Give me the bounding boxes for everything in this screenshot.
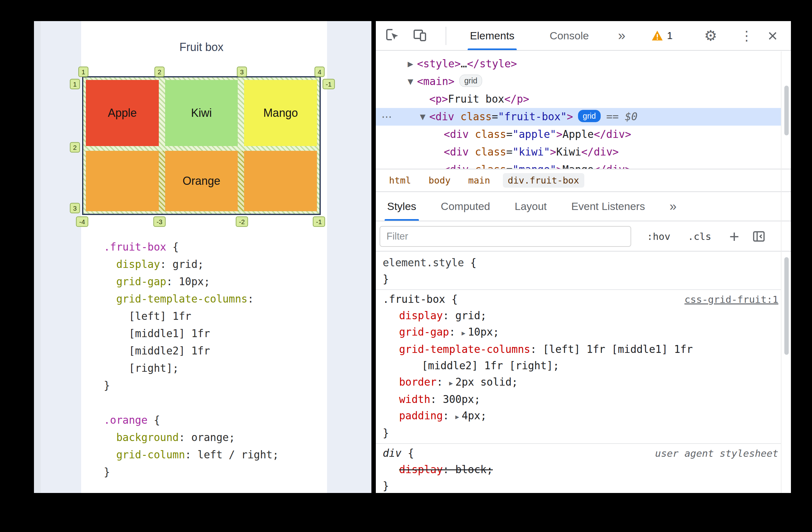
overflow-dots-icon[interactable]: ⋯ — [381, 108, 392, 126]
dom-node-text: <style>…</style> — [376, 55, 517, 73]
grid-line-number: 3 — [70, 203, 80, 213]
inspect-icon[interactable] — [385, 27, 400, 44]
breadcrumb-item[interactable]: html — [384, 173, 416, 187]
css-declaration[interactable]: display: grid; — [383, 308, 782, 324]
rule-close-brace: } — [383, 425, 782, 441]
tab-layout[interactable]: Layout — [514, 192, 547, 221]
kebab-menu-icon[interactable]: ⋮ — [740, 28, 753, 43]
expand-value-icon[interactable]: ▸ — [449, 379, 453, 388]
style-rules: element.style {}.fruit-box {css-grid-fru… — [376, 252, 782, 493]
toolbar-divider — [446, 27, 446, 45]
css-property-value: 10px; — [468, 326, 499, 338]
style-rule: div {user agent stylesheetdisplay: block… — [376, 443, 782, 493]
scrollbar-gutter — [781, 51, 782, 493]
sidebar-toggle-icon-glyph — [752, 229, 766, 243]
new-style-rule-button[interactable]: + — [729, 221, 739, 252]
css-property-name: width — [399, 393, 430, 405]
grid-adorner-badge[interactable]: grid — [578, 110, 601, 122]
inspect-icon-glyph — [385, 27, 400, 42]
toggle-cls-button[interactable]: .cls — [688, 221, 711, 252]
css-property-name: border — [399, 376, 436, 388]
rule-selector[interactable]: div — [383, 447, 402, 459]
expand-value-icon[interactable]: ▸ — [462, 328, 465, 337]
css-property-name: grid-template-columns — [399, 343, 530, 355]
css-declaration[interactable]: grid-template-columns: [left] 1fr [middl… — [383, 341, 782, 358]
code-line: .fruit-box { — [104, 238, 279, 256]
dom-node-text: <div class="mango">Mango</div> — [376, 161, 631, 169]
css-property-name: padding — [399, 409, 443, 422]
page-css-code: .fruit-box { display: grid; grid-gap: 10… — [104, 238, 279, 481]
tab-event-listeners[interactable]: Event Listeners — [571, 192, 645, 221]
style-rule: element.style {} — [376, 253, 782, 289]
breadcrumb-item[interactable]: main — [463, 173, 495, 187]
dom-node-text: <div class="apple">Apple</div> — [376, 126, 631, 143]
dom-tree-row[interactable]: ▶<style>…</style> — [376, 55, 782, 73]
dom-tree: ▶<style>…</style>▼<main>grid<p>Fruit box… — [376, 51, 782, 169]
grid-gap-overlay — [238, 151, 244, 211]
device-toolbar-icon[interactable] — [412, 27, 427, 44]
sidebar-tabs: StylesComputedLayoutEvent Listeners» — [376, 192, 791, 221]
css-property-name: grid-gap — [399, 326, 449, 338]
collapse-toggle-icon[interactable]: ▼ — [405, 73, 416, 90]
dom-tree-row[interactable]: ⋯▼<div class="fruit-box">grid== $0 — [376, 108, 782, 126]
dom-node-text: <div class="fruit-box">grid== $0 — [376, 108, 637, 126]
tab-elements[interactable]: Elements — [464, 21, 520, 50]
dom-tree-row[interactable]: ▼<main>grid — [376, 73, 782, 90]
css-declaration[interactable]: padding: ▸4px; — [383, 408, 782, 425]
device-toolbar-icon-glyph — [412, 27, 427, 42]
css-declaration-wrap: [middle2] 1fr [right]; — [383, 358, 782, 374]
breadcrumb-item[interactable]: body — [424, 173, 456, 187]
expand-value-icon[interactable]: ▸ — [455, 412, 459, 421]
rule-head: element.style { — [383, 255, 782, 271]
css-declaration[interactable]: border: ▸2px solid; — [383, 374, 782, 391]
breadcrumb-item[interactable]: div.fruit-box — [503, 173, 584, 187]
devtools-toolbar: Elements Console » 1 ⚙ ⋮ × — [376, 21, 791, 51]
code-line: [left] 1fr — [104, 308, 279, 325]
dom-tree-row[interactable]: <div class="kiwi">Kiwi</div> — [376, 143, 782, 161]
dom-tree-row[interactable]: <p>Fruit box</p> — [376, 90, 782, 108]
expand-toggle-icon[interactable]: ▶ — [405, 55, 416, 73]
code-line: grid-template-columns: — [104, 290, 279, 308]
warning-count: 1 — [667, 30, 673, 42]
dom-tree-row[interactable]: <div class="apple">Apple</div> — [376, 126, 782, 143]
breadcrumb: htmlbodymaindiv.fruit-box — [376, 169, 791, 192]
grid-line-number: 2 — [70, 142, 80, 153]
warning-icon — [651, 30, 663, 41]
styles-filter-input[interactable] — [380, 226, 631, 247]
code-line: [middle1] 1fr — [104, 325, 279, 342]
rule-selector[interactable]: .fruit-box — [383, 293, 445, 305]
grid-cell-orange: Orange — [86, 151, 317, 211]
stylesheet-source-link[interactable]: css-grid-fruit:1 — [684, 291, 778, 308]
sidebar-toggle-icon[interactable] — [752, 221, 766, 252]
code-line: grid-column: left / right; — [104, 446, 279, 463]
dom-tree-row[interactable]: <div class="mango">Mango</div> — [376, 161, 782, 169]
close-icon[interactable]: × — [768, 26, 778, 45]
style-rule: .fruit-box {css-grid-fruit:1display: gri… — [376, 289, 782, 443]
more-panels-icon[interactable]: » — [612, 21, 631, 50]
tab-computed[interactable]: Computed — [441, 192, 490, 221]
rule-close-brace: } — [383, 478, 782, 493]
page-scrollbar-track[interactable] — [34, 21, 41, 493]
tab-styles[interactable]: Styles — [387, 192, 416, 221]
css-declaration[interactable]: grid-gap: ▸10px; — [383, 324, 782, 341]
collapse-toggle-icon[interactable]: ▼ — [417, 108, 428, 126]
dom-node-text: <div class="kiwi">Kiwi</div> — [376, 143, 619, 161]
dom-tree-scrollbar[interactable] — [784, 86, 789, 135]
tab-console[interactable]: Console — [546, 21, 593, 50]
stylesheet-origin-label: user agent stylesheet — [655, 445, 778, 461]
sidebar-more-tabs-icon[interactable]: » — [669, 192, 677, 221]
grid-adorner-badge[interactable]: grid — [460, 74, 482, 87]
grid-gap-overlay — [159, 151, 165, 211]
css-property-value: block; — [455, 463, 493, 476]
css-property-value: [middle2] 1fr [right]; — [422, 360, 559, 372]
code-line: background: orange; — [104, 429, 279, 446]
gear-icon[interactable]: ⚙ — [704, 27, 717, 44]
devtools-panel: Elements Console » 1 ⚙ ⋮ × ▶<style>…</st… — [376, 21, 791, 493]
rule-selector[interactable]: element.style — [383, 256, 464, 269]
css-property-value: 300px; — [443, 393, 480, 405]
css-declaration[interactable]: display: block; — [383, 461, 782, 478]
toggle-hov-button[interactable]: :hov — [647, 221, 670, 252]
styles-scrollbar[interactable] — [784, 257, 789, 355]
css-declaration[interactable]: width: 300px; — [383, 391, 782, 408]
warnings-button[interactable]: 1 — [651, 21, 673, 50]
